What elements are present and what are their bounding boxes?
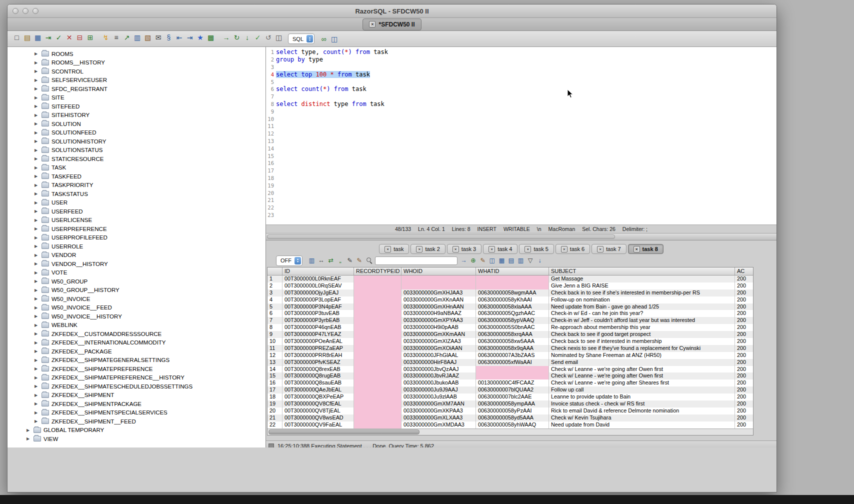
table-row[interactable]: 7 00T3000000P3yrbEAB 0033000000GmXPYAA3 … bbox=[268, 317, 753, 324]
whatid-cell[interactable] bbox=[476, 282, 549, 290]
tree-item[interactable]: ▶ ZKFEDEX__SHIPMENTPACKAGE bbox=[8, 400, 266, 408]
disclosure-triangle-icon[interactable]: ▶ bbox=[34, 358, 39, 362]
edit-record-icon[interactable]: ✎ bbox=[478, 256, 488, 266]
activitydate-cell[interactable]: 200 bbox=[735, 408, 753, 414]
whatid-cell[interactable]: 006300000058yhWAAQ bbox=[476, 422, 549, 428]
log-icon[interactable]: ◫ bbox=[274, 32, 284, 43]
column-header[interactable]: AC bbox=[735, 268, 753, 275]
tab-close-icon[interactable]: ✕ bbox=[416, 246, 422, 252]
activitydate-cell[interactable]: 200 bbox=[735, 386, 753, 394]
tree-item[interactable]: ▶ SITE bbox=[8, 94, 266, 102]
tab-close-icon[interactable]: ✕ bbox=[561, 246, 568, 252]
activitydate-cell[interactable]: 200 bbox=[735, 380, 753, 386]
row-number-cell[interactable]: 5 bbox=[268, 304, 282, 310]
recordtypeid-cell[interactable] bbox=[354, 317, 402, 324]
tree-item[interactable]: ▶ ZKFEDEX__SHIPMENT bbox=[8, 391, 266, 400]
activitydate-cell[interactable]: 200 bbox=[735, 394, 753, 400]
tree-item[interactable]: ▶ ZKFEDEX__PACKAGE bbox=[8, 347, 266, 356]
whatid-cell[interactable]: 006300000058yd5AAA bbox=[476, 414, 549, 422]
id-cell[interactable]: 00T3000000P47LYEAZ bbox=[282, 331, 354, 338]
table-row[interactable]: 20 00T3000000QV8TjEAL 0033000000GmXKPAA3… bbox=[268, 408, 753, 414]
tree-item[interactable]: ▶ USER bbox=[8, 198, 266, 208]
row-number-cell[interactable]: 11 bbox=[268, 345, 282, 352]
recordtypeid-cell[interactable] bbox=[354, 276, 402, 282]
disclosure-triangle-icon[interactable]: ▶ bbox=[34, 86, 39, 91]
recordtypeid-cell[interactable] bbox=[354, 296, 402, 304]
disclosure-triangle-icon[interactable]: ▶ bbox=[34, 226, 39, 231]
import-data-icon[interactable]: ⇥ bbox=[43, 32, 54, 43]
tree-item[interactable]: ▶ SFDC_REGISTRANT bbox=[8, 84, 266, 94]
tree-item[interactable]: ▶ VENDOR bbox=[8, 251, 266, 260]
recordtypeid-cell[interactable] bbox=[354, 414, 402, 422]
disclosure-triangle-icon[interactable]: ▶ bbox=[34, 296, 39, 301]
activitydate-cell[interactable]: 200 bbox=[735, 276, 753, 282]
whatid-cell[interactable]: 00630000005xfWaAAI bbox=[476, 359, 549, 366]
column-header[interactable]: SUBJECT bbox=[549, 268, 735, 275]
tree-item[interactable]: ▶ ZKFEDEX__SHIPMATEPREFERENCE bbox=[8, 364, 266, 374]
whoid-cell[interactable]: 0033000000GmXM7AAN bbox=[402, 400, 476, 408]
sql-editor[interactable]: 1 select type, count(*) from task 2 grou… bbox=[266, 47, 776, 225]
whatid-cell[interactable]: 00630000007A3bZAAS bbox=[476, 352, 549, 359]
disclosure-triangle-icon[interactable]: ▶ bbox=[34, 376, 39, 380]
row-number-cell[interactable]: 19 bbox=[268, 400, 282, 408]
table-row[interactable]: 17 00T3000000QAeJbEAL 0033000000Ju9J9AAJ… bbox=[268, 386, 753, 394]
results-tab[interactable]: ✕ task 6 bbox=[556, 244, 590, 254]
edit-mode-select[interactable]: OFF ▲▼ bbox=[276, 256, 302, 266]
whoid-cell[interactable]: 0033000000H9aNBAAZ bbox=[402, 310, 476, 317]
whatid-cell[interactable]: 006300000058x9qAAA bbox=[476, 345, 549, 352]
whoid-cell[interactable]: 0033000000GmXOiAAN bbox=[402, 345, 476, 352]
id-cell[interactable]: 00T3000000QAeJbEAL bbox=[282, 386, 354, 394]
tab-close-icon[interactable]: ✕ bbox=[634, 246, 640, 252]
id-cell[interactable]: 00T3000000QV8TjEAL bbox=[282, 408, 354, 414]
whoid-cell[interactable]: 0033000000GmXMDAA3 bbox=[402, 422, 476, 428]
disclosure-triangle-icon[interactable]: ▶ bbox=[26, 428, 31, 432]
table-tools-icon[interactable]: ▩ bbox=[206, 32, 216, 43]
id-cell[interactable]: 00T3000000QV9FaEAL bbox=[282, 422, 354, 428]
recordtypeid-cell[interactable] bbox=[354, 394, 402, 400]
whatid-cell[interactable]: 0013000000C4fFCAAZ bbox=[476, 380, 549, 386]
disclosure-triangle-icon[interactable]: ▶ bbox=[34, 270, 39, 275]
id-cell[interactable]: 00T3000000PfvKSEAZ bbox=[282, 359, 354, 366]
disclosure-triangle-icon[interactable]: ▶ bbox=[34, 192, 39, 196]
disclosure-triangle-icon[interactable]: ▶ bbox=[34, 279, 39, 284]
tree-item[interactable]: ▶ ZKFEDEX__INTERNATIONALCOMMODITY bbox=[8, 338, 266, 348]
subject-cell[interactable]: Check back in to see if she's interested… bbox=[549, 290, 735, 296]
activitydate-cell[interactable]: 200 bbox=[735, 414, 753, 422]
tree-item[interactable]: ▶ SELFSERVICEUSER bbox=[8, 76, 266, 85]
paste-icon[interactable]: ▧ bbox=[142, 32, 153, 43]
editor-hscrollbar-thumb[interactable] bbox=[267, 234, 615, 239]
minimize-window-button[interactable] bbox=[22, 8, 28, 14]
whatid-cell[interactable]: 006300000058xlaAAA bbox=[476, 304, 549, 310]
subject-cell[interactable]: Follow-up on nomination bbox=[549, 296, 735, 304]
recordtypeid-cell[interactable] bbox=[354, 338, 402, 345]
row-number-cell[interactable]: 14 bbox=[268, 366, 282, 373]
tree-item[interactable]: ▶ W50_GROUP bbox=[8, 277, 266, 286]
favorites-icon[interactable]: ★ bbox=[195, 32, 206, 43]
whoid-cell[interactable] bbox=[402, 276, 476, 282]
disclosure-triangle-icon[interactable]: ▶ bbox=[34, 52, 39, 56]
tree-item[interactable]: ▶ TASKPRIORITY bbox=[8, 181, 266, 190]
id-cell[interactable]: 00T3000000P3yrbEAB bbox=[282, 317, 354, 324]
subject-cell[interactable]: Re-approach about membership this year bbox=[549, 324, 735, 331]
disclosure-triangle-icon[interactable]: ▶ bbox=[34, 332, 39, 336]
table-row[interactable]: 12 00T3000000PRR8rEAH 0033000000JFhGlAAL… bbox=[268, 352, 753, 359]
row-number-cell[interactable]: 6 bbox=[268, 310, 282, 317]
disclosure-triangle-icon[interactable]: ▶ bbox=[34, 166, 39, 170]
disclosure-triangle-icon[interactable]: ▶ bbox=[34, 209, 39, 214]
delete-row-icon[interactable]: ⊟ bbox=[74, 32, 85, 43]
tree-item[interactable]: ▶ SCONTROL bbox=[8, 67, 266, 76]
new-file-icon[interactable]: □ bbox=[12, 32, 22, 43]
disclosure-triangle-icon[interactable]: ▶ bbox=[34, 130, 39, 135]
activitydate-cell[interactable]: 200 bbox=[735, 352, 753, 359]
whatid-cell[interactable]: 006300000058yPzAAI bbox=[476, 408, 549, 414]
whoid-cell[interactable]: 0033000000Ju9zlAAB bbox=[402, 394, 476, 400]
whoid-cell[interactable]: 0033000000HirF8AAJ bbox=[402, 359, 476, 366]
whatid-cell[interactable]: 006300000058wgmAAA bbox=[476, 290, 549, 296]
recordtypeid-cell[interactable] bbox=[354, 331, 402, 338]
disclosure-triangle-icon[interactable]: ▶ bbox=[34, 366, 39, 371]
id-cell[interactable]: 00T3000000P3LopEAF bbox=[282, 296, 354, 304]
disclosure-triangle-icon[interactable]: ▶ bbox=[34, 69, 39, 74]
stepper-icon[interactable]: ▲▼ bbox=[294, 257, 301, 264]
tree-item[interactable]: ▶ USERPROFILEFEED bbox=[8, 234, 266, 242]
statement-type-select[interactable]: SQL ▲▼ bbox=[288, 34, 314, 44]
